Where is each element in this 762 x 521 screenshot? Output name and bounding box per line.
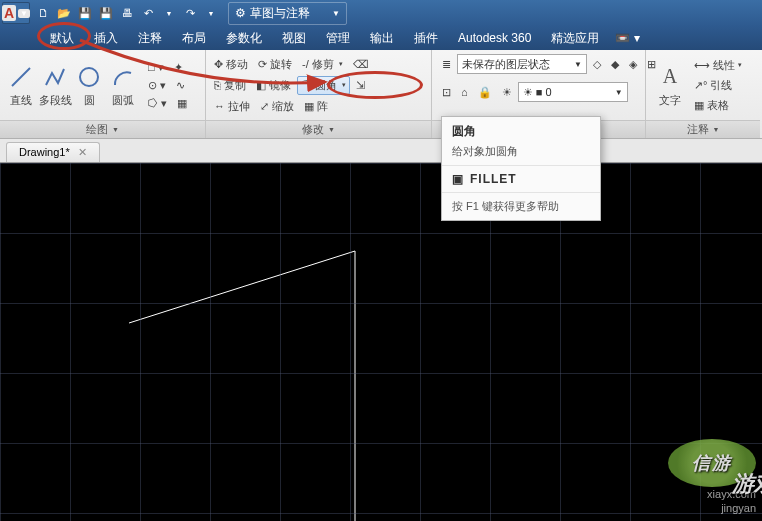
erase-button[interactable]: ⌫ [349,56,373,73]
tab-manage[interactable]: 管理 [316,26,360,51]
layer-tool-d[interactable]: ☀ [498,84,516,101]
layer-tool-c[interactable]: 🔒 [474,84,496,101]
new-file-icon[interactable]: 🗋 [34,4,52,22]
fillet-tooltip: 圆角 给对象加圆角 ▣ FILLET 按 F1 键获得更多帮助 [441,116,601,221]
table-button[interactable]: ▦表格 [690,96,733,115]
text-button[interactable]: A 文字 [650,63,690,108]
table-icon: ▦ [694,99,704,112]
command-icon: ▣ [452,172,464,186]
layer-tool-3[interactable]: ◈ [625,56,641,73]
explode-button[interactable]: ⇲ [352,77,369,94]
layer-state-dropdown[interactable]: 未保存的图层状态▼ [457,54,587,74]
tab-view[interactable]: 视图 [272,26,316,51]
layer-tool-1[interactable]: ◇ [589,56,605,73]
menu-bar: 默认 插入 注释 布局 参数化 视图 管理 输出 插件 Autodesk 360… [0,26,762,50]
saveas-icon[interactable]: 💾 [97,4,115,22]
draw-tool-3[interactable]: ⊙ ▾ [144,77,170,94]
ribbon: 直线 多段线 圆 圆弧 □ ▾ ✦ ⊙ ▾ ∿ [0,50,762,139]
panel-modify-title[interactable]: 修改▼ [206,120,431,138]
layer-current-dropdown[interactable]: ☀ ■ 0▼ [518,82,628,102]
drawing-tab-1[interactable]: Drawing1*✕ [6,142,100,162]
fillet-button[interactable]: ⌒圆角▾ [297,76,350,95]
draw-tool-1[interactable]: □ ▾ [144,59,168,76]
workspace-switcher[interactable]: ⚙ 草图与注释 ▼ [228,2,347,25]
draw-tool-4[interactable]: ∿ [172,77,189,94]
autocad-a-icon: A [2,5,16,21]
panel-draw: 直线 多段线 圆 圆弧 □ ▾ ✦ ⊙ ▾ ∿ [0,50,206,138]
tab-insert[interactable]: 插入 [84,26,128,51]
move-icon: ✥ [214,58,223,71]
tab-plugin[interactable]: 插件 [404,26,448,51]
erase-icon: ⌫ [353,58,369,71]
stretch-button[interactable]: ↔拉伸 [210,97,254,116]
tab-default[interactable]: 默认 [40,26,84,51]
panel-draw-title[interactable]: 绘图▼ [0,120,205,138]
tooltip-title: 圆角 [442,117,600,142]
scale-icon: ⤢ [260,100,269,113]
layers-icon: ≣ [442,58,451,71]
tab-annotate[interactable]: 注释 [128,26,172,51]
workspace-label: 草图与注释 [250,5,310,22]
tooltip-command: ▣ FILLET [442,165,600,192]
drawing-canvas[interactable]: // placeholder – grid generated below af… [0,163,762,521]
stretch-icon: ↔ [214,100,225,112]
print-icon[interactable]: 🖶 [118,4,136,22]
trim-icon: -/ [302,58,309,70]
close-tab-icon[interactable]: ✕ [78,146,87,158]
drawn-polyline [0,163,762,521]
tooltip-help: 按 F1 键获得更多帮助 [442,192,600,220]
drawing-tabs: Drawing1*✕ [0,139,762,163]
undo-dropdown-icon[interactable]: ▼ [160,4,178,22]
tab-autodesk360[interactable]: Autodesk 360 [448,27,541,49]
dim-linear-button[interactable]: ⟷线性▾ [690,56,746,75]
polyline-icon [41,63,69,91]
tooltip-description: 给对象加圆角 [442,142,600,165]
svg-point-1 [80,68,98,86]
layer-prop-button[interactable]: ≣ [438,56,455,73]
title-bar: A▼ 🗋 📂 💾 💾 🖶 ↶ ▼ ↷ ▼ ⚙ 草图与注释 ▼ [0,0,762,26]
linear-icon: ⟷ [694,59,710,72]
panel-modify: ✥移动 ⟳旋转 -/修剪▾ ⌫ ⎘复制 ◧镜像 ⌒圆角▾ ⇲ ↔拉伸 ⤢缩放 ▦… [206,50,432,138]
layer-tool-2[interactable]: ◆ [607,56,623,73]
layer-tool-a[interactable]: ⊡ [438,84,455,101]
trim-button[interactable]: -/修剪▾ [298,55,347,74]
rotate-button[interactable]: ⟳旋转 [254,55,296,74]
mirror-button[interactable]: ◧镜像 [252,76,295,95]
tab-output[interactable]: 输出 [360,26,404,51]
draw-tool-6[interactable]: ▦ [173,95,191,112]
draw-tool-2[interactable]: ✦ [170,59,187,76]
undo-icon[interactable]: ↶ [139,4,157,22]
save-icon[interactable]: 💾 [76,4,94,22]
line-button[interactable]: 直线 [4,63,38,108]
circle-button[interactable]: 圆 [72,63,106,108]
arc-button[interactable]: 圆弧 [106,63,140,108]
tab-parametric[interactable]: 参数化 [216,26,272,51]
redo-dropdown-icon[interactable]: ▼ [202,4,220,22]
chevron-down-icon: ▼ [18,9,30,18]
scale-button[interactable]: ⤢缩放 [256,97,298,116]
panel-annotate: A 文字 ⟷线性▾ ↗°引线 ▦表格 注释▼ [646,50,760,138]
array-button[interactable]: ▦阵 [300,97,332,116]
redo-icon[interactable]: ↷ [181,4,199,22]
layer-tool-b[interactable]: ⌂ [457,84,472,100]
svg-line-0 [12,68,30,86]
tab-layout[interactable]: 布局 [172,26,216,51]
line-icon [7,63,35,91]
leader-button[interactable]: ↗°引线 [690,76,736,95]
copy-button[interactable]: ⎘复制 [210,76,250,95]
polyline-button[interactable]: 多段线 [38,63,72,108]
panel-annotate-title[interactable]: 注释▼ [646,120,760,138]
explode-icon: ⇲ [356,79,365,92]
circle-icon [75,63,103,91]
fillet-icon: ⌒ [301,78,312,93]
draw-tool-5[interactable]: ⭔ ▾ [144,95,171,112]
menu-expand-icon[interactable]: 📼 ▾ [609,27,645,49]
move-button[interactable]: ✥移动 [210,55,252,74]
arc-icon [109,63,137,91]
leader-icon: ↗° [694,79,707,92]
app-menu-button[interactable]: A▼ [2,2,30,24]
tab-featured[interactable]: 精选应用 [541,26,609,51]
chevron-down-icon: ▼ [332,9,340,18]
mirror-icon: ◧ [256,79,266,92]
open-file-icon[interactable]: 📂 [55,4,73,22]
